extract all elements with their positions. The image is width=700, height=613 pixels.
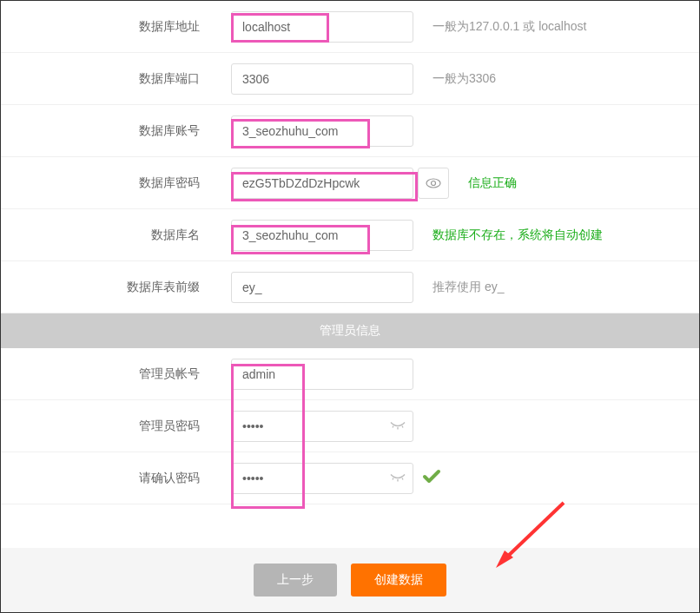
input-admin-confirm[interactable] (231, 463, 413, 494)
check-icon (422, 467, 441, 489)
footer-actions: 上一步 创建数据 (1, 548, 699, 612)
prev-button[interactable]: 上一步 (254, 564, 337, 597)
input-db-name[interactable] (231, 220, 413, 251)
label-db-name: 数据库名 (1, 227, 231, 243)
hint-db-address: 一般为127.0.0.1 或 localhost (433, 19, 586, 35)
label-admin-account: 管理员帐号 (1, 366, 231, 382)
svg-point-1 (432, 181, 436, 185)
section-admin-header: 管理员信息 (1, 313, 699, 348)
input-admin-account[interactable] (231, 359, 413, 390)
eye-icon (426, 178, 441, 188)
row-db-port: 数据库端口 一般为3306 (1, 53, 699, 105)
input-db-password[interactable] (231, 168, 413, 199)
row-admin-account: 管理员帐号 (1, 348, 699, 400)
hint-db-prefix: 推荐使用 ey_ (433, 280, 504, 295)
row-db-password: 数据库密码 信息正确 (1, 157, 699, 209)
label-db-password: 数据库密码 (1, 175, 231, 191)
input-db-prefix[interactable] (231, 272, 413, 303)
input-db-account[interactable] (231, 115, 413, 147)
hint-db-password: 信息正确 (468, 175, 517, 191)
row-db-account: 数据库账号 (1, 105, 699, 157)
input-db-port[interactable] (231, 63, 413, 95)
svg-point-0 (426, 179, 440, 188)
label-db-prefix: 数据库表前缀 (1, 280, 231, 295)
row-admin-confirm: 请确认密码 (1, 452, 699, 504)
label-admin-confirm: 请确认密码 (1, 471, 231, 486)
input-db-address[interactable] (231, 11, 413, 43)
label-db-address: 数据库地址 (1, 19, 231, 35)
create-button[interactable]: 创建数据 (351, 564, 446, 597)
row-db-name: 数据库名 数据库不存在，系统将自动创建 (1, 209, 699, 261)
hint-db-name: 数据库不存在，系统将自动创建 (433, 227, 603, 243)
row-db-address: 数据库地址 一般为127.0.0.1 或 localhost (1, 1, 699, 53)
label-admin-password: 管理员密码 (1, 419, 231, 434)
label-db-account: 数据库账号 (1, 123, 231, 139)
row-db-prefix: 数据库表前缀 推荐使用 ey_ (1, 261, 699, 313)
toggle-password-visibility[interactable] (418, 168, 449, 199)
row-admin-password: 管理员密码 (1, 400, 699, 452)
label-db-port: 数据库端口 (1, 71, 231, 87)
input-admin-password[interactable] (231, 411, 413, 442)
hint-db-port: 一般为3306 (433, 71, 496, 87)
